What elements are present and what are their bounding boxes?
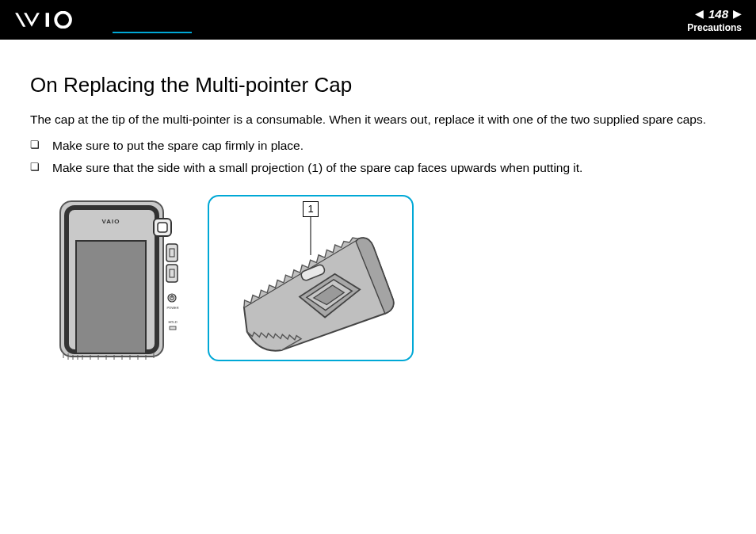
device-illustration: VAIO POWER HOLD (59, 195, 185, 361)
svg-rect-7 (158, 223, 167, 232)
page-number: 148 (708, 7, 728, 21)
list-item: Make sure to put the spare cap firmly in… (30, 136, 726, 155)
svg-rect-0 (46, 13, 49, 27)
prev-page-arrow-icon[interactable]: ◀ (695, 8, 704, 19)
intro-text: The cap at the tip of the multi-pointer … (30, 112, 726, 128)
callout-connector-line (113, 32, 192, 33)
figure: VAIO POWER HOLD (59, 195, 726, 361)
list-item: Make sure that the side with a small pro… (30, 158, 726, 177)
next-page-arrow-icon[interactable]: ▶ (733, 8, 742, 19)
cap-detail-illustration: 1 (208, 195, 414, 361)
header-nav: ◀ 148 ▶ Precautions (687, 7, 742, 33)
svg-text:HOLD: HOLD (168, 320, 177, 324)
svg-text:POWER: POWER (166, 306, 178, 310)
svg-rect-17 (170, 326, 176, 330)
page-title: On Replacing the Multi-pointer Cap (30, 73, 726, 97)
svg-rect-4 (76, 241, 146, 353)
bullet-list: Make sure to put the spare cap firmly in… (30, 136, 726, 177)
vaio-logo (14, 11, 101, 29)
svg-rect-8 (166, 244, 178, 261)
page-content: On Replacing the Multi-pointer Cap The c… (0, 40, 756, 361)
svg-point-1 (55, 13, 71, 28)
svg-rect-10 (166, 265, 178, 282)
page-header: ◀ 148 ▶ Precautions (0, 0, 756, 40)
section-name: Precautions (687, 22, 742, 33)
svg-text:VAIO: VAIO (102, 218, 120, 225)
